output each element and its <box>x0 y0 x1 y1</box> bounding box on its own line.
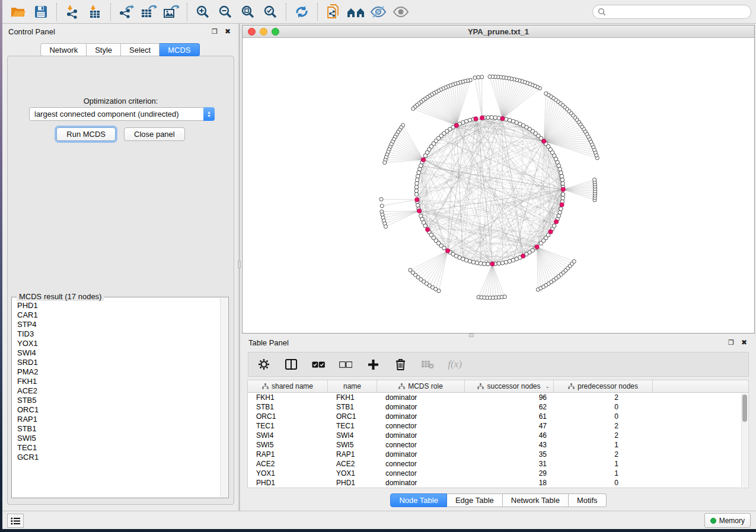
search-input[interactable] <box>606 8 746 16</box>
dominator-node[interactable] <box>417 209 422 213</box>
tab-style[interactable]: Style <box>87 43 121 56</box>
table-cell[interactable]: PHD1 <box>328 479 377 487</box>
network-node[interactable] <box>384 225 387 228</box>
network-node[interactable] <box>552 224 556 228</box>
mcds-result-item[interactable]: STP4 <box>12 320 220 329</box>
dominator-node[interactable] <box>480 116 484 120</box>
network-node[interactable] <box>415 178 419 182</box>
mcds-result-item[interactable]: FKH1 <box>12 377 220 386</box>
dominator-node[interactable] <box>548 230 553 234</box>
tab-select[interactable]: Select <box>121 43 160 56</box>
tab-node-table[interactable]: Node Table <box>390 493 447 507</box>
dominator-node[interactable] <box>415 197 419 201</box>
table-cell[interactable]: TEC1 <box>328 422 377 430</box>
table-cell[interactable]: FKH1 <box>328 393 377 402</box>
mcds-list-scrollbar[interactable] <box>220 298 228 497</box>
mcds-result-item[interactable]: ORC1 <box>12 405 220 415</box>
table-cell[interactable]: SWI4 <box>328 431 377 440</box>
network-node[interactable] <box>412 107 415 110</box>
network-node[interactable] <box>560 178 564 182</box>
table-cell[interactable]: 2 <box>554 393 653 402</box>
network-node[interactable] <box>477 75 480 79</box>
float-panel-icon[interactable]: ❒ <box>210 28 219 35</box>
mcds-result-item[interactable]: SWI5 <box>12 434 220 443</box>
table-cell[interactable]: STB1 <box>328 403 377 411</box>
export-image-button[interactable] <box>161 2 181 21</box>
table-cell[interactable]: ACE2 <box>328 460 377 468</box>
show-column-panel-button[interactable] <box>284 357 298 371</box>
table-cell[interactable]: 62 <box>465 403 554 411</box>
table-cell[interactable]: 2 <box>554 431 653 440</box>
table-cell[interactable]: dominator <box>377 393 465 402</box>
table-cell[interactable]: TEC1 <box>248 422 328 430</box>
table-cell[interactable]: dominator <box>377 403 465 411</box>
optimization-criterion-dropdown[interactable]: largest connected component (undirected)… <box>29 107 215 121</box>
table-cell[interactable]: ORC1 <box>328 412 377 421</box>
network-node[interactable] <box>486 262 490 266</box>
table-scrollbar[interactable] <box>741 393 748 487</box>
table-cell[interactable]: SWI5 <box>248 441 328 449</box>
network-node[interactable] <box>380 204 384 207</box>
network-node[interactable] <box>414 189 419 193</box>
close-panel-button[interactable]: Close panel <box>124 127 185 141</box>
network-node[interactable] <box>561 196 565 200</box>
table-cell[interactable]: 0 <box>554 403 653 411</box>
table-row[interactable]: STB1STB1dominator620 <box>248 402 748 412</box>
close-panel-icon[interactable]: ✖ <box>224 28 232 35</box>
table-row[interactable]: FKH1FKH1dominator962 <box>248 393 748 402</box>
network-node[interactable] <box>482 262 486 266</box>
table-cell[interactable]: connector <box>377 469 465 477</box>
table-cell[interactable]: 46 <box>465 431 554 440</box>
table-cell[interactable]: 43 <box>465 441 554 449</box>
table-cell[interactable]: FKH1 <box>248 393 328 402</box>
mcds-result-item[interactable]: ACE2 <box>12 386 220 396</box>
table-cell[interactable]: 1 <box>554 441 653 449</box>
network-node[interactable] <box>593 178 596 181</box>
column-header-name[interactable]: name <box>328 380 377 392</box>
deselect-all-rows-button[interactable] <box>339 357 353 371</box>
table-cell[interactable]: dominator <box>377 450 465 459</box>
table-cell[interactable]: 1 <box>554 469 653 477</box>
network-node[interactable] <box>416 203 420 207</box>
dominator-node[interactable] <box>500 117 505 121</box>
table-cell[interactable]: YOX1 <box>328 469 377 477</box>
save-session-button[interactable] <box>31 2 51 21</box>
table-cell[interactable]: dominator <box>377 412 465 421</box>
import-network-button[interactable] <box>62 2 82 21</box>
network-node[interactable] <box>488 75 492 78</box>
delete-column-button[interactable] <box>393 357 407 371</box>
table-cell[interactable]: RAP1 <box>328 450 377 459</box>
tab-edge-table[interactable]: Edge Table <box>447 493 503 507</box>
network-node[interactable] <box>437 289 441 293</box>
show-all-button[interactable] <box>391 2 411 21</box>
table-cell[interactable]: PHD1 <box>248 479 328 487</box>
dominator-node[interactable] <box>542 139 546 143</box>
mcds-result-item[interactable]: PMA2 <box>12 367 220 377</box>
table-settings-button[interactable] <box>257 357 271 371</box>
table-cell[interactable]: 0 <box>554 479 653 487</box>
mcds-result-list[interactable]: PHD1CAR1STP4TID3YOX1SWI4SRD1PMA2FKH1ACE2… <box>12 301 220 498</box>
mcds-result-item[interactable]: CAR1 <box>12 310 220 320</box>
select-all-rows-button[interactable] <box>311 357 326 371</box>
network-node[interactable] <box>503 295 506 299</box>
dominator-node[interactable] <box>454 123 458 127</box>
open-file-button[interactable] <box>8 2 28 21</box>
table-cell[interactable]: 2 <box>554 450 653 459</box>
network-node[interactable] <box>561 193 565 197</box>
table-cell[interactable]: 47 <box>465 422 554 430</box>
table-row[interactable]: PHD1PHD1dominator180 <box>248 478 748 488</box>
mcds-result-item[interactable]: SWI4 <box>12 348 220 358</box>
dominator-node[interactable] <box>554 220 559 224</box>
table-cell[interactable]: connector <box>377 460 465 468</box>
dominator-node[interactable] <box>521 254 525 258</box>
table-cell[interactable]: STB1 <box>248 403 328 411</box>
dominator-node[interactable] <box>445 249 449 253</box>
table-cell[interactable]: 29 <box>465 469 554 477</box>
network-node[interactable] <box>493 116 497 120</box>
table-cell[interactable]: 0 <box>554 412 653 421</box>
network-node[interactable] <box>544 92 548 95</box>
table-row[interactable]: SWI5SWI5connector431 <box>248 440 748 450</box>
table-cell[interactable]: connector <box>377 441 465 449</box>
tab-network-table[interactable]: Network Table <box>503 493 569 507</box>
mcds-result-item[interactable]: SRD1 <box>12 358 220 367</box>
